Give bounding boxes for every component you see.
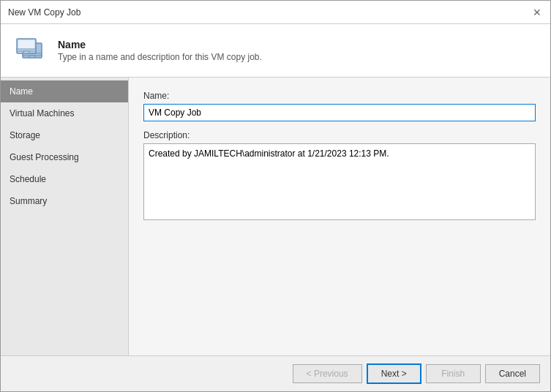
sidebar: Name Virtual Machines Storage Guest Proc…	[1, 78, 129, 355]
svg-rect-2	[29, 56, 35, 58]
sidebar-item-guest-processing[interactable]: Guest Processing	[1, 146, 128, 168]
window-title: New VM Copy Job	[8, 7, 80, 18]
footer: < Previous Next > Finish Cancel	[1, 355, 550, 391]
sidebar-item-schedule[interactable]: Schedule	[1, 168, 128, 190]
sidebar-item-summary[interactable]: Summary	[1, 190, 128, 212]
content-area: Name Virtual Machines Storage Guest Proc…	[1, 78, 550, 355]
main-window: New VM Copy Job ✕ Name Type in a name an…	[0, 0, 551, 392]
previous-button[interactable]: < Previous	[293, 364, 362, 383]
header-title: Name	[58, 39, 262, 50]
vm-copy-icon	[12, 33, 48, 68]
main-content: Name: Description:	[129, 78, 550, 355]
next-button[interactable]: Next >	[367, 363, 421, 384]
finish-button[interactable]: Finish	[426, 364, 481, 383]
svg-rect-6	[23, 51, 29, 53]
header-description: Type in a name and description for this …	[58, 52, 262, 62]
name-input[interactable]	[143, 104, 536, 121]
name-label: Name:	[143, 91, 536, 101]
sidebar-item-name[interactable]: Name	[1, 80, 128, 102]
sidebar-item-storage[interactable]: Storage	[1, 124, 128, 146]
close-button[interactable]: ✕	[531, 7, 543, 18]
header-text: Name Type in a name and description for …	[58, 39, 262, 62]
title-bar-left: New VM Copy Job	[8, 7, 80, 18]
cancel-button[interactable]: Cancel	[485, 364, 540, 383]
header-section: Name Type in a name and description for …	[1, 24, 550, 78]
description-label: Description:	[143, 130, 536, 140]
sidebar-item-virtual-machines[interactable]: Virtual Machines	[1, 102, 128, 124]
title-bar: New VM Copy Job ✕	[1, 1, 550, 24]
description-input[interactable]	[143, 143, 536, 220]
